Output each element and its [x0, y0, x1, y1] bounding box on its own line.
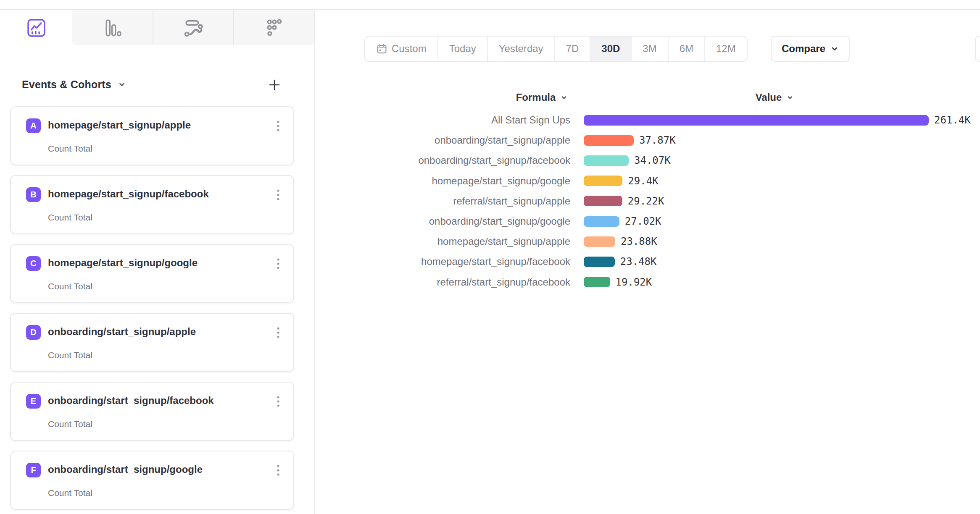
event-card[interactable]: D onboarding/start_signup/apple Count To…: [10, 313, 294, 372]
event-name: homepage/start_signup/apple: [48, 119, 191, 131]
event-name: onboarding/start_signup/apple: [48, 326, 196, 338]
inactive-tabs-block: [72, 10, 314, 45]
bar-row: homepage/start_signup/google 29.4K: [319, 171, 971, 191]
bar-segment[interactable]: [584, 257, 615, 267]
bar-label: onboarding/start_signup/google: [319, 215, 570, 227]
value-header-label: Value: [756, 92, 782, 103]
event-metric[interactable]: Count Total: [48, 144, 92, 154]
date-option[interactable]: 7D: [554, 37, 590, 61]
event-metric[interactable]: Count Total: [48, 281, 92, 291]
events-cohorts-title: Events & Cohorts: [22, 79, 111, 91]
event-metric[interactable]: Count Total: [48, 212, 92, 223]
date-option[interactable]: Yesterday: [487, 37, 554, 61]
flow-icon: [184, 18, 203, 38]
bar-row: referral/start_signup/facebook 19.92K: [319, 272, 971, 292]
formula-header-dropdown[interactable]: Formula: [487, 89, 597, 106]
event-metric[interactable]: Count Total: [48, 488, 92, 498]
kebab-menu-icon[interactable]: [272, 188, 284, 202]
bar-segment[interactable]: [584, 277, 610, 287]
event-badge: D: [26, 325, 41, 340]
bar-label: referral/start_signup/apple: [319, 195, 570, 207]
date-option-label: 6M: [680, 43, 693, 55]
tab-flow[interactable]: [153, 10, 234, 45]
event-card[interactable]: A homepage/start_signup/apple Count Tota…: [10, 106, 294, 165]
bar-value: 27.02K: [625, 215, 661, 227]
date-option[interactable]: 12M: [704, 37, 747, 61]
date-option[interactable]: Custom: [365, 37, 437, 61]
date-option-label: Custom: [392, 43, 427, 55]
bar-segment[interactable]: [584, 115, 929, 126]
bar-segment[interactable]: [584, 155, 629, 166]
tab-line-chart[interactable]: [0, 10, 72, 45]
analytics-app: Events & Cohorts A homepage/start_signup…: [0, 0, 980, 514]
date-range-control: Custom Today Yesterday 7D 30D 3M 6M 12M: [364, 36, 748, 62]
bar-value: 23.88K: [621, 236, 657, 247]
bar-row: onboarding/start_signup/google 27.02K: [319, 211, 971, 231]
date-option[interactable]: 30D: [590, 37, 631, 61]
date-option[interactable]: 3M: [631, 37, 667, 61]
event-badge: C: [26, 256, 41, 271]
kebab-menu-icon[interactable]: [272, 257, 284, 271]
event-name: homepage/start_signup/google: [48, 257, 198, 269]
line-chart-icon: [26, 18, 46, 38]
event-card[interactable]: C homepage/start_signup/google Count Tot…: [10, 244, 294, 303]
bar-row: homepage/start_signup/apple 23.88K: [319, 231, 971, 252]
event-metric[interactable]: Count Total: [48, 350, 92, 360]
bar-segment[interactable]: [584, 176, 622, 186]
clipped-right-edge-button[interactable]: [975, 36, 980, 62]
event-name: onboarding/start_signup/google: [48, 464, 203, 475]
calendar-icon: [376, 43, 387, 55]
kebab-menu-icon[interactable]: [272, 463, 284, 477]
kebab-menu-icon[interactable]: [272, 325, 284, 340]
bar-chart: All Start Sign Ups 261.4K onboarding/sta…: [319, 110, 971, 292]
events-cohorts-dropdown[interactable]: Events & Cohorts: [22, 74, 126, 95]
bar-segment[interactable]: [584, 236, 615, 247]
date-option-label: 3M: [643, 43, 656, 55]
bar-value: 19.92K: [616, 276, 652, 288]
bar-value: 23.48K: [620, 256, 657, 267]
bar-row: onboarding/start_signup/apple 37.87K: [319, 130, 971, 150]
bar-row: onboarding/start_signup/facebook 34.07K: [319, 150, 971, 170]
date-option-label: Yesterday: [499, 43, 543, 55]
event-metric[interactable]: Count Total: [48, 419, 92, 429]
chevron-down-icon: [117, 80, 126, 89]
date-option-label: 30D: [601, 43, 620, 55]
scatter-icon: [264, 18, 284, 38]
bar-label: onboarding/start_signup/apple: [319, 134, 570, 146]
bar-value: 34.07K: [634, 155, 671, 166]
compare-button[interactable]: Compare: [771, 36, 850, 62]
bar-chart-icon: [103, 18, 122, 38]
bar-segment[interactable]: [584, 216, 619, 227]
event-name: onboarding/start_signup/facebook: [48, 395, 214, 406]
date-option-label: 7D: [566, 43, 579, 55]
bar-segment[interactable]: [584, 135, 634, 146]
chevron-down-icon: [560, 93, 568, 102]
bar-value: 37.87K: [639, 134, 676, 146]
bar-segment[interactable]: [584, 196, 622, 206]
event-badge: A: [26, 118, 41, 133]
add-event-button[interactable]: [268, 78, 281, 92]
plus-icon: [268, 79, 281, 91]
event-badge: B: [26, 187, 41, 202]
value-header-dropdown[interactable]: Value: [733, 89, 817, 106]
formula-header-label: Formula: [516, 92, 556, 103]
event-card[interactable]: E onboarding/start_signup/facebook Count…: [10, 382, 294, 441]
bar-row: All Start Sign Ups 261.4K: [319, 110, 971, 130]
date-option[interactable]: Today: [437, 37, 487, 61]
compare-label: Compare: [782, 43, 825, 55]
event-name: homepage/start_signup/facebook: [48, 188, 209, 200]
bar-row: homepage/start_signup/facebook 23.48K: [319, 252, 971, 272]
tab-scatter[interactable]: [233, 10, 314, 45]
date-option-label: 12M: [716, 43, 736, 55]
tab-bar-chart[interactable]: [72, 10, 153, 45]
date-option-label: Today: [449, 43, 476, 55]
event-card[interactable]: F onboarding/start_signup/google Count T…: [10, 451, 294, 510]
bar-label: All Start Sign Ups: [319, 114, 570, 126]
bar-label: homepage/start_signup/facebook: [319, 256, 570, 267]
event-badge: F: [26, 463, 41, 477]
kebab-menu-icon[interactable]: [272, 119, 284, 133]
date-option[interactable]: 6M: [668, 37, 704, 61]
chevron-down-icon: [786, 93, 794, 102]
event-card[interactable]: B homepage/start_signup/facebook Count T…: [10, 175, 294, 234]
kebab-menu-icon[interactable]: [272, 394, 284, 409]
